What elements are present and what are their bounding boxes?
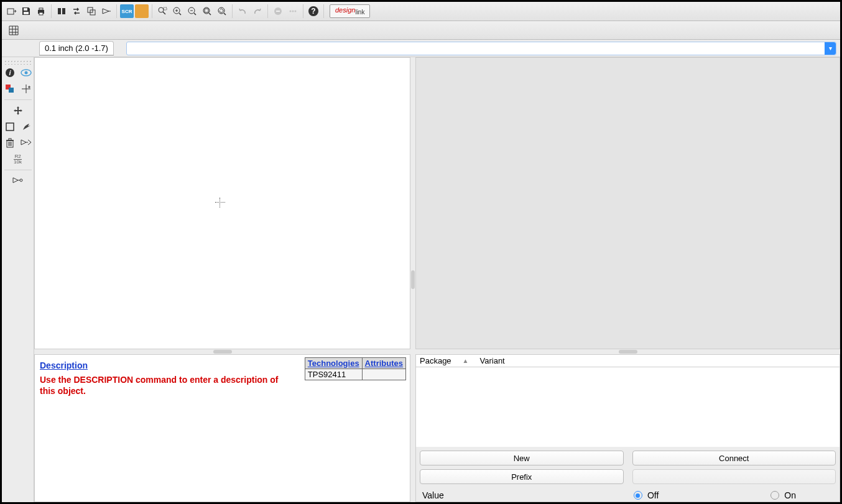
package-pane: Package ▲ Variant New Connect Prefix Val… [415, 354, 840, 502]
horizontal-splitter-right[interactable] [415, 349, 840, 354]
move-tool-icon[interactable] [12, 104, 24, 117]
go-icon[interactable] [286, 4, 300, 18]
redo-icon[interactable] [251, 4, 264, 18]
svg-line-16 [179, 13, 181, 15]
show-tool-icon[interactable] [20, 66, 32, 79]
zoom-fit-icon[interactable] [200, 4, 214, 18]
layer-tool-icon[interactable] [4, 83, 16, 95]
value-label: Value [422, 490, 444, 500]
svg-line-22 [209, 13, 211, 15]
preview-area[interactable] [415, 57, 840, 349]
description-heading-link[interactable]: Description [40, 360, 88, 370]
print-icon[interactable] [34, 4, 48, 18]
description-pane: Description Use the DESCRIPTION command … [34, 354, 410, 502]
delete-tool-icon[interactable] [4, 137, 16, 149]
info-tool-icon[interactable]: i [4, 66, 16, 79]
svg-point-51 [20, 179, 22, 181]
disabled-button [632, 469, 836, 484]
zoom-in-icon[interactable] [170, 4, 184, 18]
svg-rect-9 [138, 7, 146, 15]
svg-point-27 [290, 11, 292, 12]
svg-line-24 [224, 13, 226, 15]
package-column-header[interactable]: Package [420, 356, 451, 365]
technologies-table: Technologies Attributes TPS92411 [305, 357, 406, 380]
value-on-radio[interactable]: On [770, 490, 796, 500]
radio-unchecked-icon [770, 491, 779, 500]
change-tool-icon[interactable] [20, 121, 32, 133]
command-input[interactable]: ▾ [126, 42, 836, 55]
script-icon[interactable]: SCR [120, 4, 134, 18]
add-tool-icon[interactable] [20, 137, 32, 149]
command-dropdown-icon[interactable]: ▾ [825, 42, 836, 55]
prefix-button[interactable]: Prefix [420, 469, 624, 484]
package-list[interactable] [416, 367, 840, 447]
svg-point-35 [24, 71, 27, 75]
coordinates-display: 0.1 inch (2.0 -1.7) [39, 41, 114, 56]
radio-checked-icon [634, 491, 642, 500]
horizontal-splitter-left[interactable] [34, 349, 410, 354]
variant-column-header[interactable]: Variant [480, 356, 505, 365]
command-row: 0.1 inch (2.0 -1.7) ▾ [2, 40, 840, 57]
invoke-tool-icon[interactable] [12, 175, 24, 187]
svg-point-28 [292, 11, 294, 12]
svg-point-29 [295, 11, 297, 12]
secondary-toolbar [2, 21, 840, 40]
connect-button[interactable]: Connect [632, 451, 836, 465]
tool-palette: i R210k [2, 57, 34, 502]
open-icon[interactable] [4, 4, 18, 18]
ulp-icon[interactable] [135, 4, 149, 18]
svg-rect-5 [39, 12, 43, 15]
attributes-column-header[interactable]: Attributes [362, 358, 405, 369]
canvas-area[interactable] [34, 57, 410, 349]
svg-rect-48 [9, 139, 11, 140]
copy-tool-icon[interactable] [4, 121, 16, 133]
svg-rect-42 [6, 123, 14, 131]
help-icon[interactable]: ? [307, 4, 320, 18]
svg-point-10 [159, 7, 164, 12]
zoom-select-icon[interactable] [155, 4, 169, 18]
zoom-out-icon[interactable] [185, 4, 199, 18]
gate-icon[interactable] [99, 4, 113, 18]
value-off-radio[interactable]: Off [634, 490, 659, 500]
svg-rect-37 [9, 88, 14, 93]
group-icon[interactable] [85, 4, 98, 18]
technologies-column-header[interactable]: Technologies [305, 358, 362, 369]
svg-rect-0 [7, 9, 14, 14]
save-icon[interactable] [19, 4, 33, 18]
svg-text:?: ? [311, 7, 315, 16]
tech-cell: TPS92411 [305, 369, 362, 380]
svg-rect-2 [24, 12, 29, 14]
cursor-crosshair-icon [215, 198, 225, 208]
main-toolbar: SCR ? designlink [2, 2, 840, 21]
undo-icon[interactable] [236, 4, 249, 18]
table-row[interactable]: TPS92411 [305, 369, 405, 380]
package-list-header: Package ▲ Variant [416, 355, 840, 367]
name-tool-icon[interactable]: R210k [12, 153, 24, 165]
swap-icon[interactable] [70, 4, 83, 18]
description-body: Use the DESCRIPTION command to enter a d… [40, 374, 289, 396]
mark-tool-icon[interactable] [20, 83, 32, 95]
svg-line-19 [194, 13, 196, 15]
svg-rect-21 [205, 9, 208, 12]
svg-rect-1 [24, 8, 27, 11]
svg-rect-12 [164, 7, 167, 10]
library-icon[interactable] [55, 4, 68, 18]
sort-asc-icon[interactable]: ▲ [463, 357, 469, 364]
designlink-button[interactable]: designlink [330, 4, 370, 17]
zoom-redraw-icon[interactable] [215, 4, 229, 18]
vertical-splitter[interactable] [410, 57, 415, 502]
svg-line-11 [163, 12, 165, 14]
new-button[interactable]: New [420, 451, 624, 465]
svg-rect-4 [39, 8, 43, 10]
stop-icon[interactable] [271, 4, 285, 18]
attr-cell [362, 369, 405, 380]
grid-icon[interactable] [7, 24, 21, 37]
